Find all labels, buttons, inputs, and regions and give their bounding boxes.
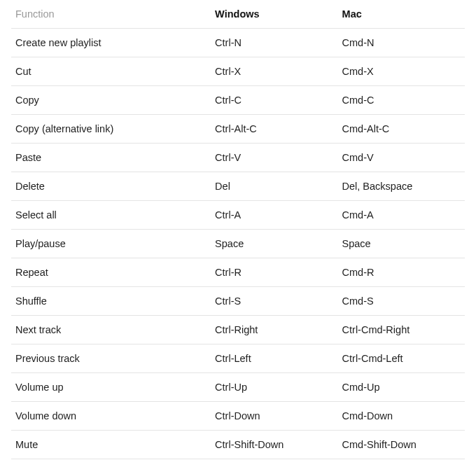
table-row: Copy (alternative link) Ctrl-Alt-C Cmd-A… (11, 115, 465, 144)
header-windows: Windows (211, 6, 337, 29)
cell-function: Paste (11, 144, 211, 172)
cell-mac: Cmd-A (338, 201, 465, 230)
cell-function: Play/pause (11, 230, 211, 258)
header-mac: Mac (338, 6, 465, 29)
cell-windows: Ctrl-Alt-C (211, 115, 337, 144)
cell-function: Volume up (11, 373, 211, 402)
cell-function: Repeat (11, 258, 211, 287)
shortcuts-table: Function Windows Mac Create new playlist… (11, 6, 465, 459)
table-row: Previous track Ctrl-Left Ctrl-Cmd-Left (11, 344, 465, 373)
cell-mac: Space (338, 230, 465, 258)
cell-function: Shuffle (11, 287, 211, 316)
cell-mac: Cmd-C (338, 86, 465, 115)
table-row: Volume down Ctrl-Down Cmd-Down (11, 402, 465, 431)
cell-function: Create new playlist (11, 29, 211, 57)
cell-mac: Cmd-X (338, 57, 465, 86)
table-header-row: Function Windows Mac (11, 6, 465, 29)
cell-mac: Cmd-Shift-Down (338, 431, 465, 459)
cell-mac: Cmd-Alt-C (338, 115, 465, 144)
table-row: Volume up Ctrl-Up Cmd-Up (11, 373, 465, 402)
cell-windows: Space (211, 230, 337, 258)
cell-windows: Ctrl-N (211, 29, 337, 57)
table-row: Play/pause Space Space (11, 230, 465, 258)
cell-mac: Ctrl-Cmd-Right (338, 316, 465, 344)
cell-function: Cut (11, 57, 211, 86)
table-row: Paste Ctrl-V Cmd-V (11, 144, 465, 172)
table-row: Copy Ctrl-C Cmd-C (11, 86, 465, 115)
cell-mac: Cmd-Down (338, 402, 465, 431)
cell-windows: Ctrl-X (211, 57, 337, 86)
table-row: Next track Ctrl-Right Ctrl-Cmd-Right (11, 316, 465, 344)
cell-mac: Cmd-Up (338, 373, 465, 402)
cell-windows: Del (211, 172, 337, 201)
table-row: Create new playlist Ctrl-N Cmd-N (11, 29, 465, 57)
cell-windows: Ctrl-C (211, 86, 337, 115)
cell-windows: Ctrl-S (211, 287, 337, 316)
cell-function: Copy (alternative link) (11, 115, 211, 144)
table-body: Create new playlist Ctrl-N Cmd-N Cut Ctr… (11, 29, 465, 459)
cell-function: Next track (11, 316, 211, 344)
cell-mac: Cmd-V (338, 144, 465, 172)
cell-function: Previous track (11, 344, 211, 373)
cell-windows: Ctrl-V (211, 144, 337, 172)
table-row: Repeat Ctrl-R Cmd-R (11, 258, 465, 287)
table-row: Cut Ctrl-X Cmd-X (11, 57, 465, 86)
cell-windows: Ctrl-Up (211, 373, 337, 402)
cell-windows: Ctrl-R (211, 258, 337, 287)
cell-function: Mute (11, 431, 211, 459)
cell-mac: Cmd-R (338, 258, 465, 287)
cell-function: Delete (11, 172, 211, 201)
cell-windows: Ctrl-Right (211, 316, 337, 344)
cell-function: Volume down (11, 402, 211, 431)
cell-mac: Cmd-S (338, 287, 465, 316)
header-function: Function (11, 6, 211, 29)
cell-windows: Ctrl-Shift-Down (211, 431, 337, 459)
table-row: Select all Ctrl-A Cmd-A (11, 201, 465, 230)
table-row: Shuffle Ctrl-S Cmd-S (11, 287, 465, 316)
cell-mac: Ctrl-Cmd-Left (338, 344, 465, 373)
cell-mac: Del, Backspace (338, 172, 465, 201)
cell-function: Select all (11, 201, 211, 230)
cell-mac: Cmd-N (338, 29, 465, 57)
cell-windows: Ctrl-Down (211, 402, 337, 431)
cell-windows: Ctrl-Left (211, 344, 337, 373)
table-row: Mute Ctrl-Shift-Down Cmd-Shift-Down (11, 431, 465, 459)
cell-windows: Ctrl-A (211, 201, 337, 230)
table-row: Delete Del Del, Backspace (11, 172, 465, 201)
cell-function: Copy (11, 86, 211, 115)
